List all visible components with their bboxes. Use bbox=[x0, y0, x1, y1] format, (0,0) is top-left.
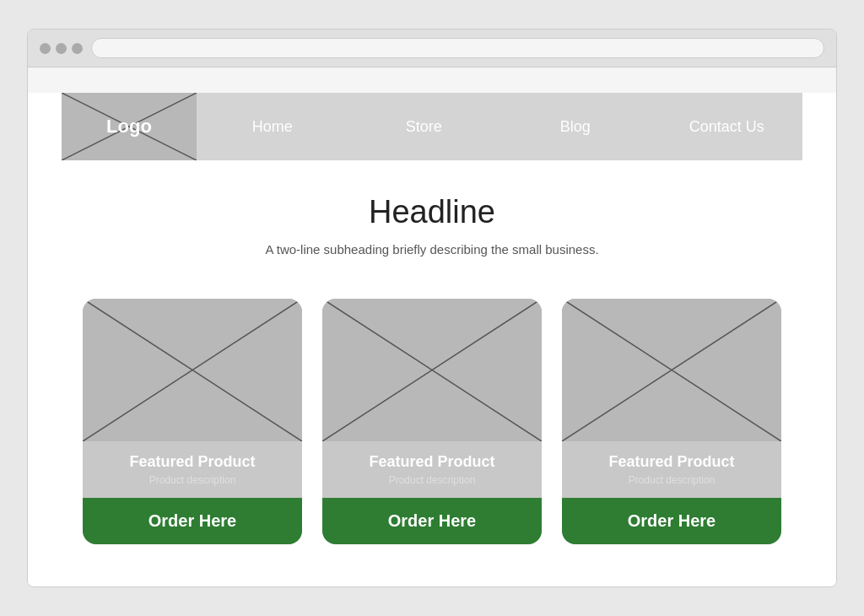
product-card-1: Featured Product Product description Ord… bbox=[83, 299, 302, 544]
nav-link-contact[interactable]: Contact Us bbox=[651, 95, 803, 159]
product-title-3: Featured Product bbox=[575, 453, 768, 471]
product-info-3: Featured Product Product description bbox=[562, 441, 781, 498]
nav-link-blog[interactable]: Blog bbox=[500, 95, 651, 159]
products-row: Featured Product Product description Ord… bbox=[28, 273, 836, 553]
order-button-3[interactable]: Order Here bbox=[562, 498, 781, 544]
browser-window: Logo Home Store Blog Contact Us Headline… bbox=[27, 29, 837, 587]
product-info-2: Featured Product Product description bbox=[322, 441, 542, 498]
nav-link-store[interactable]: Store bbox=[348, 95, 500, 159]
logo-label: Logo bbox=[106, 116, 152, 138]
nav-link-home[interactable]: Home bbox=[197, 95, 348, 159]
product-image-3 bbox=[562, 299, 781, 441]
product-title-1: Featured Product bbox=[96, 453, 289, 471]
nav-logo[interactable]: Logo bbox=[62, 93, 197, 160]
hero-section: Headline A two-line subheading briefly d… bbox=[28, 160, 836, 273]
browser-dot-green bbox=[72, 43, 83, 54]
order-button-1[interactable]: Order Here bbox=[83, 498, 302, 544]
product-info-1: Featured Product Product description bbox=[83, 441, 302, 498]
product-description-1: Product description bbox=[96, 474, 289, 486]
nav-links: Home Store Blog Contact Us bbox=[197, 93, 802, 160]
product-description-2: Product description bbox=[336, 474, 528, 486]
browser-dots bbox=[40, 43, 83, 54]
page-content: Logo Home Store Blog Contact Us Headline… bbox=[28, 93, 836, 586]
product-image-2 bbox=[322, 299, 542, 441]
product-card-2: Featured Product Product description Ord… bbox=[322, 299, 542, 544]
product-image-1 bbox=[83, 299, 302, 441]
browser-addressbar[interactable] bbox=[91, 38, 824, 58]
navbar: Logo Home Store Blog Contact Us bbox=[62, 93, 802, 160]
browser-dot-red bbox=[40, 43, 51, 54]
browser-dot-yellow bbox=[56, 43, 67, 54]
product-title-2: Featured Product bbox=[336, 453, 528, 471]
product-card-3: Featured Product Product description Ord… bbox=[562, 299, 781, 544]
hero-headline: Headline bbox=[62, 194, 802, 230]
browser-chrome bbox=[28, 30, 836, 68]
hero-subheading: A two-line subheading briefly describing… bbox=[62, 242, 802, 257]
product-description-3: Product description bbox=[575, 474, 768, 486]
order-button-2[interactable]: Order Here bbox=[322, 498, 542, 544]
